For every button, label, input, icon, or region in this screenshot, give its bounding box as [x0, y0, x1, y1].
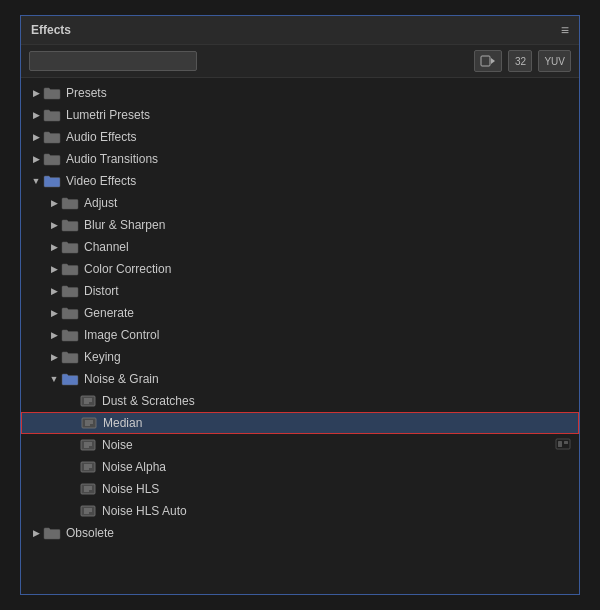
- chevron-lumetri-presets: ▶: [29, 108, 43, 122]
- folder-icon-keying: [61, 350, 79, 364]
- label-presets: Presets: [66, 86, 579, 100]
- panel-header: Effects ≡: [21, 16, 579, 45]
- tree-item-adjust[interactable]: ▶ Adjust: [21, 192, 579, 214]
- folder-icon-adjust: [61, 196, 79, 210]
- folder-icon-noise-grain: [61, 372, 79, 386]
- effects-panel: Effects ≡ 32 YUV ▶ Presets▶ Lumetri Pres…: [20, 15, 580, 595]
- chevron-video-effects: ▼: [29, 174, 43, 188]
- folder-icon-distort: [61, 284, 79, 298]
- folder-icon-generate: [61, 306, 79, 320]
- label-noise-hls: Noise HLS: [102, 482, 579, 496]
- folder-icon-presets: [43, 86, 61, 100]
- label-audio-transitions: Audio Transitions: [66, 152, 579, 166]
- tree-item-noise-alpha[interactable]: Noise Alpha: [21, 456, 579, 478]
- label-noise: Noise: [102, 438, 555, 452]
- svg-marker-3: [491, 58, 495, 64]
- chevron-distort: ▶: [47, 284, 61, 298]
- label-adjust: Adjust: [84, 196, 579, 210]
- tree-item-median[interactable]: Median: [21, 412, 579, 434]
- effect-icon-noise-hls: [79, 482, 97, 496]
- chevron-keying: ▶: [47, 350, 61, 364]
- chevron-noise-hls-auto: [65, 504, 79, 518]
- effect-icon-noise-alpha: [79, 460, 97, 474]
- svg-rect-17: [558, 441, 562, 447]
- label-audio-effects: Audio Effects: [66, 130, 579, 144]
- tree-item-lumetri-presets[interactable]: ▶ Lumetri Presets: [21, 104, 579, 126]
- folder-icon-obsolete: [43, 526, 61, 540]
- chevron-adjust: ▶: [47, 196, 61, 210]
- folder-icon-lumetri-presets: [43, 108, 61, 122]
- folder-icon-audio-transitions: [43, 152, 61, 166]
- chevron-image-control: ▶: [47, 328, 61, 342]
- tree-item-channel[interactable]: ▶ Channel: [21, 236, 579, 258]
- label-obsolete: Obsolete: [66, 526, 579, 540]
- chevron-noise: [65, 438, 79, 452]
- tree-item-noise[interactable]: Noise: [21, 434, 579, 456]
- 32-bit-button[interactable]: 32: [508, 50, 532, 72]
- tree-item-color-correction[interactable]: ▶ Color Correction: [21, 258, 579, 280]
- label-noise-alpha: Noise Alpha: [102, 460, 579, 474]
- chevron-noise-alpha: [65, 460, 79, 474]
- tree-item-noise-hls[interactable]: Noise HLS: [21, 478, 579, 500]
- tree-item-generate[interactable]: ▶ Generate: [21, 302, 579, 324]
- label-generate: Generate: [84, 306, 579, 320]
- tree-item-noise-grain[interactable]: ▼ Noise & Grain: [21, 368, 579, 390]
- tree-item-dust-scratches[interactable]: Dust & Scratches: [21, 390, 579, 412]
- tree-item-video-effects[interactable]: ▼ Video Effects: [21, 170, 579, 192]
- chevron-channel: ▶: [47, 240, 61, 254]
- chevron-blur-sharpen: ▶: [47, 218, 61, 232]
- chevron-noise-grain: ▼: [47, 372, 61, 386]
- toolbar: 32 YUV: [21, 45, 579, 78]
- label-blur-sharpen: Blur & Sharpen: [84, 218, 579, 232]
- accelerated-icon-noise: [555, 438, 571, 452]
- chevron-audio-transitions: ▶: [29, 152, 43, 166]
- label-channel: Channel: [84, 240, 579, 254]
- chevron-audio-effects: ▶: [29, 130, 43, 144]
- yuv-button[interactable]: YUV: [538, 50, 571, 72]
- chevron-noise-hls: [65, 482, 79, 496]
- label-color-correction: Color Correction: [84, 262, 579, 276]
- label-noise-hls-auto: Noise HLS Auto: [102, 504, 579, 518]
- tree-item-keying[interactable]: ▶ Keying: [21, 346, 579, 368]
- label-keying: Keying: [84, 350, 579, 364]
- tree-item-audio-effects[interactable]: ▶ Audio Effects: [21, 126, 579, 148]
- svg-rect-18: [564, 441, 568, 444]
- folder-icon-video-effects: [43, 174, 61, 188]
- folder-icon-blur-sharpen: [61, 218, 79, 232]
- tree-item-presets[interactable]: ▶ Presets: [21, 82, 579, 104]
- folder-icon-channel: [61, 240, 79, 254]
- label-noise-grain: Noise & Grain: [84, 372, 579, 386]
- svg-rect-2: [481, 56, 490, 66]
- chevron-median: [66, 416, 80, 430]
- label-video-effects: Video Effects: [66, 174, 579, 188]
- effect-icon-noise-hls-auto: [79, 504, 97, 518]
- effect-icon-median: [80, 416, 98, 430]
- search-input[interactable]: [29, 51, 197, 71]
- label-median: Median: [103, 416, 578, 430]
- folder-icon-color-correction: [61, 262, 79, 276]
- label-lumetri-presets: Lumetri Presets: [66, 108, 579, 122]
- chevron-dust-scratches: [65, 394, 79, 408]
- chevron-color-correction: ▶: [47, 262, 61, 276]
- label-image-control: Image Control: [84, 328, 579, 342]
- search-wrapper: [29, 51, 468, 71]
- label-dust-scratches: Dust & Scratches: [102, 394, 579, 408]
- tree-item-audio-transitions[interactable]: ▶ Audio Transitions: [21, 148, 579, 170]
- tree-item-obsolete[interactable]: ▶ Obsolete: [21, 522, 579, 544]
- effects-tree: ▶ Presets▶ Lumetri Presets▶ Audio Effect…: [21, 78, 579, 594]
- folder-icon-audio-effects: [43, 130, 61, 144]
- chevron-presets: ▶: [29, 86, 43, 100]
- tree-item-noise-hls-auto[interactable]: Noise HLS Auto: [21, 500, 579, 522]
- panel-title: Effects: [31, 23, 71, 37]
- label-distort: Distort: [84, 284, 579, 298]
- effect-icon-dust-scratches: [79, 394, 97, 408]
- chevron-obsolete: ▶: [29, 526, 43, 540]
- tree-item-image-control[interactable]: ▶ Image Control: [21, 324, 579, 346]
- tree-item-blur-sharpen[interactable]: ▶ Blur & Sharpen: [21, 214, 579, 236]
- effect-icon-noise: [79, 438, 97, 452]
- panel-menu-icon[interactable]: ≡: [561, 22, 569, 38]
- folder-icon-image-control: [61, 328, 79, 342]
- accelerated-effects-button[interactable]: [474, 50, 502, 72]
- tree-item-distort[interactable]: ▶ Distort: [21, 280, 579, 302]
- chevron-generate: ▶: [47, 306, 61, 320]
